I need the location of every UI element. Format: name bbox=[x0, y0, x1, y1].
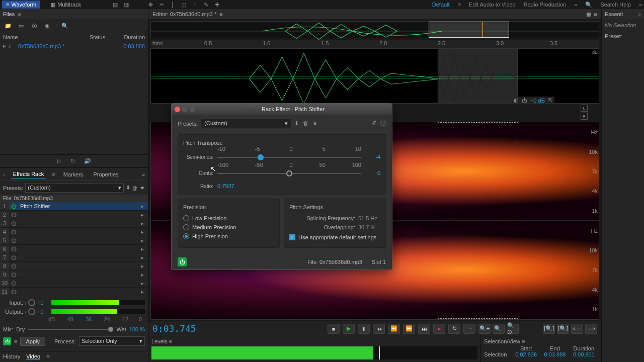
overview-selection[interactable] bbox=[429, 22, 509, 38]
delete-preset-icon[interactable]: 🗑 bbox=[303, 120, 308, 127]
hud-clock-icon[interactable]: ◐ bbox=[514, 97, 519, 104]
overview-waveform[interactable] bbox=[150, 21, 599, 38]
cents-slider[interactable]: -100 -50 0 50 100 bbox=[217, 167, 361, 179]
col-duration[interactable]: Duration bbox=[115, 34, 145, 40]
precision-medium-radio[interactable]: Medium Precision bbox=[183, 224, 274, 230]
slot-arrow-icon[interactable]: ▸ bbox=[141, 263, 148, 269]
rack-power-icon[interactable]: ⏻ bbox=[3, 337, 11, 345]
tool-heal-icon[interactable]: ✚ bbox=[213, 1, 221, 9]
open-file-icon[interactable]: 📁 bbox=[3, 21, 13, 31]
to-start-button[interactable]: ⏮ bbox=[373, 324, 385, 334]
apply-button[interactable]: Apply bbox=[20, 337, 45, 346]
zoom-sel-in-icon[interactable]: [🔍] bbox=[543, 324, 555, 334]
sel-start[interactable]: 0:02.936 bbox=[512, 351, 540, 357]
zoom-sel-out-icon[interactable]: ]🔍[ bbox=[557, 324, 569, 334]
rack-slot[interactable]: 1⏻Pitch Shifter▸ bbox=[0, 202, 148, 211]
rack-slot[interactable]: 4⏻▸ bbox=[0, 228, 148, 236]
semitones-thumb[interactable] bbox=[258, 154, 264, 160]
slot-power-icon[interactable]: ⏻ bbox=[9, 202, 18, 210]
dialog-titlebar[interactable]: Rack Effect - Pitch Shifter bbox=[172, 104, 392, 115]
search-help[interactable]: Search Help bbox=[600, 2, 631, 8]
input-gain-knob[interactable] bbox=[28, 299, 35, 306]
selview-menu-icon[interactable]: ≡ bbox=[522, 338, 525, 344]
waveform-display[interactable]: dB ◐ ⏻ +0 dB ⇱ bbox=[150, 48, 599, 104]
slot-arrow-icon[interactable]: ▸ bbox=[141, 272, 148, 278]
tab-history[interactable]: History bbox=[3, 353, 20, 360]
files-menu-icon[interactable]: ≡ bbox=[18, 11, 21, 17]
slot-arrow-icon[interactable]: ▸ bbox=[141, 237, 148, 244]
search-files-icon[interactable]: 🔍 bbox=[60, 21, 70, 31]
sel-end[interactable]: 0:03.888 bbox=[540, 351, 569, 357]
precision-high-radio[interactable]: High Precision bbox=[183, 233, 274, 239]
cents-thumb[interactable] bbox=[286, 170, 292, 176]
tool-lasso-icon[interactable]: ○ bbox=[191, 1, 199, 9]
rack-list-icon[interactable]: ≡ bbox=[14, 338, 17, 344]
search-icon[interactable]: 🔍 bbox=[585, 2, 592, 8]
slot-arrow-icon[interactable]: ▸ bbox=[141, 289, 148, 295]
slot-arrow-icon[interactable]: ▸ bbox=[141, 229, 148, 235]
slot-power-icon[interactable]: ⏻ bbox=[9, 262, 18, 270]
rack-slot[interactable]: 2⏻▸ bbox=[0, 211, 148, 219]
hud-vol-icon[interactable]: ⏻ bbox=[522, 98, 527, 104]
use-defaults-checkbox[interactable]: ✓ Use appropriate default settings bbox=[289, 234, 380, 240]
close-icon[interactable] bbox=[175, 107, 180, 112]
skip-sel-button[interactable]: ⤳ bbox=[463, 324, 475, 334]
slot-arrow-icon[interactable]: ▸ bbox=[141, 246, 148, 252]
tab-video[interactable]: Video bbox=[26, 353, 40, 360]
waveform-selection[interactable] bbox=[438, 49, 518, 103]
loop-icon[interactable]: ↻ bbox=[70, 158, 75, 164]
editor-list-icon[interactable]: ≡ bbox=[594, 11, 597, 17]
expand-icon[interactable]: » bbox=[639, 2, 642, 8]
tabs-more-icon[interactable]: » bbox=[142, 171, 145, 177]
slot-arrow-icon[interactable]: ▸ bbox=[141, 220, 148, 227]
play-button[interactable]: ▶ bbox=[343, 324, 355, 334]
tool-move-icon[interactable]: ✥ bbox=[146, 1, 154, 9]
hud-pin-icon[interactable]: ⇱ bbox=[548, 97, 552, 104]
slot-arrow-icon[interactable]: ▸ bbox=[141, 203, 148, 210]
dialog-preset-dropdown[interactable]: (Custom)▾ bbox=[201, 119, 291, 128]
tab-effects-rack[interactable]: Effects Rack bbox=[11, 170, 46, 178]
video-menu-icon[interactable]: ≡ bbox=[46, 353, 49, 360]
zoom-sel-left-icon[interactable]: ⟸ bbox=[571, 324, 583, 334]
rack-slot[interactable]: 10⏻▸ bbox=[0, 279, 148, 288]
rewind-button[interactable]: ⏪ bbox=[388, 324, 400, 334]
rack-preset-dropdown[interactable]: (Custom)▾ bbox=[25, 183, 124, 193]
slot-power-icon[interactable]: ⏻ bbox=[9, 288, 18, 296]
save-preset-icon[interactable]: ⬇ bbox=[294, 120, 299, 127]
pause-button[interactable]: ⏸ bbox=[358, 324, 370, 334]
new-file-icon[interactable]: ▭ bbox=[16, 21, 26, 31]
maximize-icon[interactable] bbox=[190, 107, 195, 112]
tool-pitch-icon[interactable]: ▥ bbox=[122, 1, 130, 9]
input-gain-value[interactable]: +0 bbox=[37, 300, 49, 306]
col-name[interactable]: Name bbox=[3, 34, 90, 40]
process-dropdown[interactable]: Selection Only▾ bbox=[79, 336, 145, 346]
slot-power-icon[interactable]: ⏻ bbox=[9, 253, 18, 261]
mix-slider[interactable] bbox=[28, 329, 113, 330]
time-ruler[interactable]: hms 0.5 1.0 1.5 2.0 2.5 3.0 3.5 bbox=[150, 40, 599, 48]
save-preset-icon[interactable]: ⬇ bbox=[126, 185, 130, 191]
cd-icon[interactable]: ◉ bbox=[42, 21, 52, 31]
rack-slot[interactable]: 11⏻▸ bbox=[0, 288, 148, 296]
rack-slot[interactable]: 5⏻▸ bbox=[0, 236, 148, 245]
play-preview-icon[interactable]: ▷ bbox=[57, 158, 61, 164]
favorite-preset-icon[interactable]: ★ bbox=[140, 185, 145, 191]
zoom-in-icon[interactable]: 🔍+ bbox=[478, 324, 491, 334]
workspace-more-icon[interactable]: » bbox=[574, 2, 577, 8]
levels-menu-icon[interactable]: ≡ bbox=[169, 338, 172, 344]
waveform-mode-tab[interactable]: ≡ Waveform bbox=[2, 1, 40, 9]
workspace-default[interactable]: Default bbox=[432, 2, 450, 8]
right-expand-icon[interactable]: » bbox=[638, 11, 641, 17]
record-button[interactable]: ● bbox=[433, 324, 445, 334]
transport-time[interactable]: 0:03.745 bbox=[152, 323, 196, 334]
slot-arrow-icon[interactable]: ▸ bbox=[141, 280, 148, 287]
loop-button[interactable]: ↻ bbox=[448, 324, 460, 334]
zoom-reset-icon[interactable]: 🔍∅ bbox=[507, 324, 519, 334]
rack-slot[interactable]: 7⏻▸ bbox=[0, 253, 148, 262]
file-row[interactable]: ▸ ♪ 0x75b636d0.mp3 * 0:03.888 bbox=[0, 41, 148, 51]
record-icon[interactable]: ⦿ bbox=[29, 21, 39, 31]
slot-power-icon[interactable]: ⏻ bbox=[9, 279, 18, 287]
channel-map-icon[interactable]: ⇵ bbox=[372, 120, 376, 127]
ratio-value[interactable]: 0.7937 bbox=[217, 183, 234, 189]
workspace-menu-icon[interactable]: ≡ bbox=[458, 2, 461, 8]
minimize-icon[interactable] bbox=[182, 107, 188, 112]
